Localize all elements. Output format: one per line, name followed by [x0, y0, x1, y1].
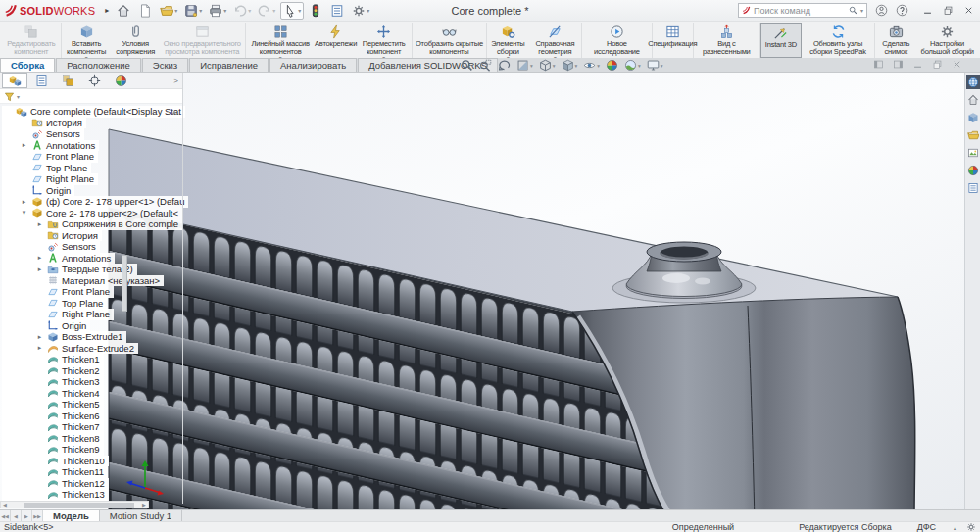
save-button[interactable]: ▾ [182, 3, 204, 19]
tree-annotations2[interactable]: ▸Annotations [2, 253, 115, 265]
panel-tab-displaymanager[interactable] [108, 73, 133, 88]
instant3d-button[interactable]: Instant 3D [760, 23, 802, 58]
tree-horizontal-scrollbar[interactable]: ◀ ▶ [0, 501, 149, 508]
tab-scroll-last[interactable]: ▶▶ [32, 510, 43, 521]
hscroll-thumb[interactable] [24, 503, 134, 508]
doc-minimize-button[interactable] [912, 59, 923, 70]
assembly-features-button[interactable]: Элементы сборки▾ [487, 23, 529, 58]
tree-scroll-up-arrow[interactable]: ▴ [172, 108, 176, 116]
taskpane-appearances[interactable] [966, 164, 980, 177]
tab-evaluate[interactable]: Анализировать [270, 58, 357, 72]
rebuild-button[interactable] [307, 3, 325, 19]
select-tool-button[interactable]: ▾ [280, 2, 304, 20]
tree-origin2[interactable]: Origin [2, 320, 90, 332]
status-options-icon[interactable] [966, 522, 976, 532]
doc-close-button[interactable] [952, 59, 962, 70]
tree-thicken13[interactable]: Thicken13 [2, 489, 109, 501]
tree-top-plane[interactable]: Top Plane [2, 163, 91, 174]
tree-thicken5[interactable]: Thicken5 [2, 399, 104, 411]
tree-solid-bodies[interactable]: ▸Твердые тела(2) [2, 264, 137, 275]
tree-material[interactable]: Материал <не указан> [2, 275, 164, 287]
tab-assembly[interactable]: Сборка [0, 58, 55, 72]
hscroll-left-arrow[interactable]: ◀ [1, 502, 9, 508]
tree-front-plane2[interactable]: Front Plane [2, 286, 114, 298]
tree-thicken3[interactable]: Thicken3 [2, 376, 104, 388]
tab-scroll-next[interactable]: ▶ [22, 510, 32, 521]
tree-thicken7[interactable]: Thicken7 [2, 421, 104, 433]
display-style-button[interactable]: ▾ [562, 59, 578, 72]
tree-history2[interactable]: История [2, 230, 102, 242]
new-motion-study-button[interactable]: Новое исследование движения [582, 23, 653, 58]
zoom-to-area-button[interactable] [479, 59, 492, 72]
status-caret-icon[interactable]: ▴ [954, 524, 956, 531]
options-button[interactable]: ▾ [350, 3, 371, 19]
tree-root[interactable]: Core complete (Default<Display Stat [2, 106, 185, 118]
print-button[interactable]: ▾ [207, 3, 228, 19]
user-account-icon[interactable] [875, 4, 888, 17]
taskpane-3d-models[interactable] [966, 111, 980, 124]
tree-surface-extrude2[interactable]: ▸Surface-Extrude2 [2, 343, 138, 355]
taskpane-design-library[interactable] [966, 128, 980, 142]
tree-right-plane2[interactable]: Right Plane [2, 309, 114, 320]
apply-scene-button[interactable]: ▾ [624, 59, 641, 72]
hide-show-items-button[interactable]: ▾ [583, 59, 600, 72]
pane-right-icon[interactable] [893, 59, 904, 70]
tree-mates[interactable]: ▸Сопряжения в Core comple [2, 218, 182, 230]
tree-core2-1[interactable]: ▸(ф) Core 2- 178 upper<1> (Defau [2, 196, 188, 208]
tree-front-plane[interactable]: Front Plane [2, 151, 98, 163]
tree-thicken11[interactable]: Thicken11 [2, 466, 108, 478]
new-file-button[interactable] [136, 3, 155, 19]
exploded-view-button[interactable]: Вид с разнесенными частями▾ [694, 23, 760, 58]
view-settings-button[interactable]: ▾ [647, 59, 663, 72]
bill-of-materials-button[interactable]: Спецификация [653, 23, 694, 58]
tab-scroll-prev[interactable]: ◀ [11, 510, 22, 521]
panel-splitter[interactable] [182, 73, 183, 504]
tree-vertical-scrollbar[interactable] [122, 255, 127, 312]
linear-pattern-button[interactable]: Линейный массив компонентов▾ [246, 23, 316, 58]
insert-components-button[interactable]: Вставить компоненты▾ [62, 23, 112, 58]
panel-tab-dimxpert[interactable] [81, 73, 107, 88]
redo-button[interactable]: ▾ [256, 3, 277, 19]
view-orientation-button[interactable]: ▾ [539, 59, 556, 72]
taskpane-home[interactable] [966, 93, 980, 107]
command-search-input[interactable]: Поиск команд ▾ [738, 3, 867, 18]
taskpane-resources[interactable] [966, 75, 980, 89]
panel-tabs-overflow[interactable]: > [173, 76, 180, 85]
panel-tab-propertymanager[interactable] [28, 73, 54, 88]
tree-sensors[interactable]: Sensors [2, 128, 84, 140]
logo-flyout-arrow[interactable]: ▸ [105, 6, 109, 15]
zoom-to-fit-button[interactable] [461, 59, 473, 72]
component-preview-window-button[interactable]: Окно предварительного просмотра компонен… [160, 23, 246, 58]
tab-model[interactable]: Модель [43, 510, 100, 521]
panel-tab-configurations[interactable] [55, 73, 80, 88]
tree-thicken10[interactable]: Thicken10 [2, 456, 109, 467]
tree-thicken9[interactable]: Thicken9 [2, 444, 104, 456]
tree-thicken12[interactable]: Thicken12 [2, 478, 109, 490]
tree-thicken4[interactable]: Thicken4 [2, 388, 104, 400]
pane-left-icon[interactable] [873, 59, 884, 70]
tab-motion-study[interactable]: Motion Study 1 [100, 510, 182, 521]
smart-fasteners-button[interactable]: Автокрепежи [316, 23, 357, 58]
file-properties-button[interactable] [328, 3, 347, 19]
close-button[interactable] [963, 5, 974, 16]
tree-core2-2[interactable]: ▾Core 2- 178 upper<2> (Default< [2, 208, 182, 219]
help-icon[interactable] [896, 4, 908, 17]
show-hidden-components-button[interactable]: Отобразить скрытые компоненты [413, 23, 487, 58]
tree-history[interactable]: История [2, 118, 86, 129]
take-snapshot-button[interactable]: Сделать снимок [875, 23, 916, 58]
edit-appearance-button[interactable] [606, 59, 618, 72]
taskpane-view-palette[interactable] [966, 146, 980, 160]
tab-sketch[interactable]: Эскиз [142, 58, 188, 72]
tree-thicken2[interactable]: Thicken2 [2, 365, 104, 377]
tree-origin[interactable]: Origin [2, 185, 74, 197]
undo-button[interactable]: ▾ [231, 3, 253, 19]
tree-annotations[interactable]: ▸Annotations [2, 140, 99, 152]
reference-geometry-button[interactable]: Справочная геометрия▾ [529, 23, 582, 58]
previous-view-button[interactable] [498, 59, 511, 72]
doc-restore-button[interactable] [932, 59, 943, 70]
tree-thicken8[interactable]: Thicken8 [2, 433, 104, 445]
mate-button[interactable]: Условия сопряжения [112, 23, 160, 58]
tree-filter[interactable]: ▾ [0, 89, 182, 104]
tree-thicken6[interactable]: Thicken6 [2, 411, 104, 422]
search-icon[interactable] [849, 6, 858, 15]
